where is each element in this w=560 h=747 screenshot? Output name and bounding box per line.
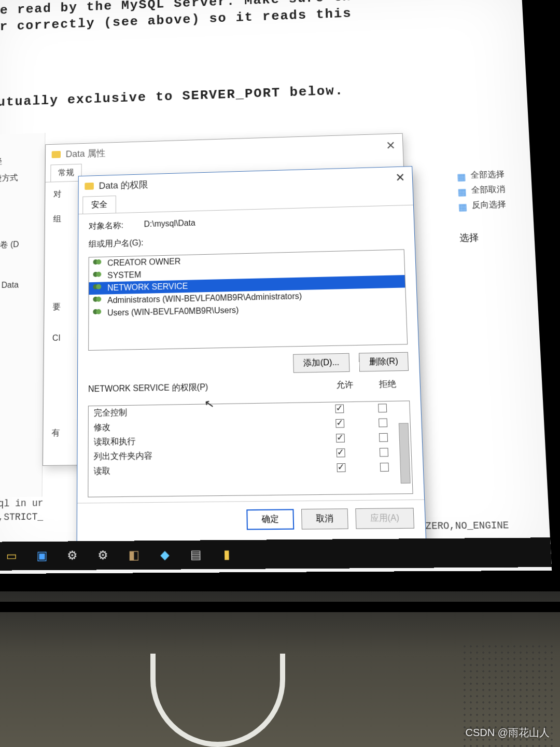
deny-checkbox[interactable] <box>380 462 389 471</box>
watermark: CSDN @雨花山人 <box>465 726 550 740</box>
permissions-dialog: Data 的权限 ✕ 安全 对象名称: D:\mysql\Data 组或用户名(… <box>77 166 427 545</box>
explorer-menu-copy-path[interactable]: 复制路径 <box>0 153 45 171</box>
background-config-bottom: use mysql in ur ROUP_BY,STRICT_ <box>0 497 44 525</box>
users-icon <box>93 284 103 293</box>
folder-icon <box>85 183 94 190</box>
users-icon <box>93 259 104 268</box>
close-icon[interactable]: ✕ <box>395 171 405 185</box>
invert-selection[interactable]: 反向选择 <box>458 196 544 214</box>
allow-checkbox[interactable] <box>335 419 344 427</box>
group-users-label: 组或用户名(G): <box>89 231 404 250</box>
taskbar: e ▭ ▣ ⚙ ⚙ ◧ ◆ ▤ ▮ <box>0 537 552 571</box>
deny-checkbox[interactable] <box>379 418 387 427</box>
ok-button[interactable]: 确定 <box>246 509 294 530</box>
deny-checkbox[interactable] <box>379 433 388 441</box>
background-config-text-2: e mutually exclusive to SERVER_PORT belo… <box>0 83 344 110</box>
users-listbox[interactable]: CREATOR OWNERSYSTEMNETWORK SERVICEAdmini… <box>88 249 408 350</box>
permissions-for-label: NETWORK SERVICE 的权限(P) <box>88 380 324 395</box>
app-icon-3[interactable]: ◆ <box>157 547 172 563</box>
select-all[interactable]: 全部选择 <box>457 166 542 184</box>
remove-button[interactable]: 删除(R) <box>359 352 409 372</box>
folder-item-data[interactable]: Data <box>0 280 19 290</box>
explorer-menu-view[interactable]: 看 <box>0 136 45 155</box>
background-config-text: be read by the MySQL Server. Make sure t… <box>0 0 370 36</box>
tab-security[interactable]: 安全 <box>82 196 116 214</box>
deselect-all-icon <box>457 186 467 195</box>
invert-selection-icon <box>458 201 468 211</box>
deny-checkbox[interactable] <box>378 404 387 412</box>
explorer-left-pane: 看 复制路径 粘贴快捷方式 <box>0 133 45 497</box>
column-deny: 拒绝 <box>366 378 410 390</box>
select-panel: 全部选择 全部取消 反向选择 选择 <box>457 166 544 214</box>
object-name-value: D:\mysql\Data <box>144 218 195 230</box>
breadcrumb[interactable]: 盘 › 新加卷 (D <box>0 239 19 251</box>
allow-checkbox[interactable] <box>337 448 345 457</box>
allow-checkbox[interactable] <box>336 434 345 442</box>
folder-icon[interactable]: ▮ <box>219 547 234 562</box>
apply-button[interactable]: 应用(A) <box>355 508 414 529</box>
deselect-all[interactable]: 全部取消 <box>457 181 543 199</box>
folder-icon <box>52 151 61 158</box>
explorer-menu-paste-shortcut[interactable]: 粘贴快捷方式 <box>0 169 45 188</box>
settings-icon[interactable]: ⚙ <box>65 548 80 563</box>
allow-checkbox[interactable] <box>335 404 344 413</box>
close-icon[interactable]: ✕ <box>386 139 396 153</box>
object-name-label: 对象名称: <box>89 220 123 232</box>
deny-checkbox[interactable] <box>380 448 388 457</box>
column-allow: 允许 <box>324 379 367 391</box>
users-icon <box>93 297 103 305</box>
select-panel-header: 选择 <box>459 231 479 244</box>
app-icon-4[interactable]: ▤ <box>188 547 203 562</box>
allow-checkbox[interactable] <box>337 463 345 472</box>
permissions-title: Data 的权限 <box>99 178 148 192</box>
tab-general[interactable]: 常规 <box>50 164 81 182</box>
properties-title: Data 属性 <box>66 147 106 160</box>
add-button[interactable]: 添加(D)... <box>293 353 349 373</box>
cancel-button[interactable]: 取消 <box>301 508 348 529</box>
file-explorer-icon[interactable]: ▭ <box>4 548 19 564</box>
users-icon <box>93 272 103 280</box>
app-icon-2[interactable]: ◧ <box>127 547 142 563</box>
monitor-bezel <box>0 602 560 612</box>
app-icon[interactable]: ▣ <box>34 548 49 564</box>
select-all-icon <box>457 171 467 181</box>
settings-icon-2[interactable]: ⚙ <box>95 548 110 563</box>
permissions-table: 完全控制修改读取和执行列出文件夹内容读取 <box>88 400 413 497</box>
users-icon <box>93 309 103 318</box>
